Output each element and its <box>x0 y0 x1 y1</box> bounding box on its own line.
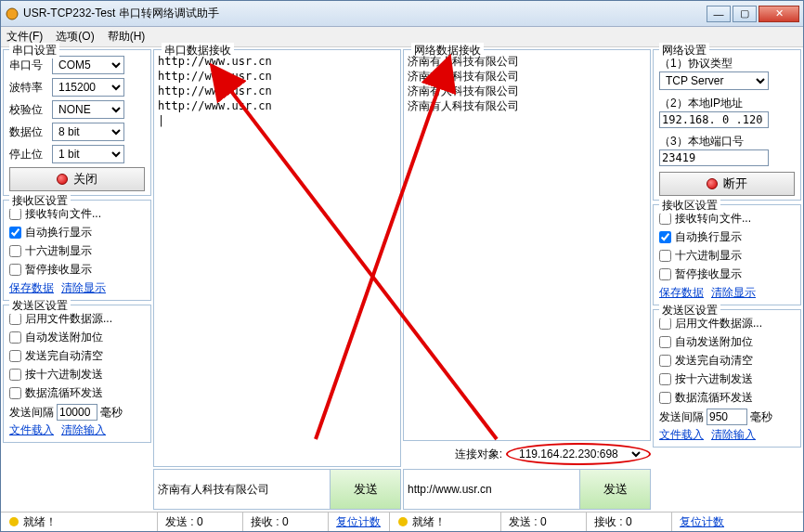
rx-hex-check-r[interactable] <box>659 250 671 262</box>
tx-load-link[interactable]: 文件载入 <box>9 422 54 438</box>
serial-rx-box: 串口数据接收 http://www.usr.cn http://www.usr.… <box>153 49 401 467</box>
group-title: 接收区设置 <box>9 193 71 209</box>
rx-hex-check[interactable] <box>9 245 21 257</box>
interval-label: 发送间隔 <box>9 405 54 421</box>
rx-pause-check-r[interactable] <box>659 268 671 280</box>
rx-wrap-check[interactable] <box>9 227 21 239</box>
tx-loop-check[interactable] <box>9 387 21 399</box>
app-icon <box>5 6 19 21</box>
group-title: 发送区设置 <box>9 298 71 314</box>
minimize-button[interactable]: — <box>707 6 731 22</box>
net-settings-group: 网络设置 （1）协议类型 TCP Server （2）本地IP地址 （3）本地端… <box>653 49 801 201</box>
group-title: 接收区设置 <box>659 198 720 214</box>
rx-tofile-check[interactable] <box>9 208 21 220</box>
close-button[interactable]: ✕ <box>759 6 799 22</box>
titlebar: USR-TCP232-Test 串口转网络调试助手 — ▢ ✕ <box>1 1 803 27</box>
parity-select[interactable]: NONE <box>52 100 124 119</box>
tx-hex-check-r[interactable] <box>659 373 671 385</box>
tx-load-link-r[interactable]: 文件载入 <box>659 427 704 443</box>
maximize-button[interactable]: ▢ <box>733 6 757 22</box>
netport-input[interactable] <box>659 149 769 166</box>
window-title: USR-TCP232-Test 串口转网络调试助手 <box>23 6 707 21</box>
port-select[interactable]: COM5 <box>52 56 124 74</box>
tx-file-check-r[interactable] <box>659 318 671 330</box>
reset-count-r[interactable]: 复位计数 <box>680 514 724 530</box>
net-send-button[interactable]: 发送 <box>579 470 650 509</box>
net-rx-content[interactable]: 济南有人科技有限公司 济南有人科技有限公司 济南有人科技有限公司 济南有人科技有… <box>408 54 646 436</box>
rx-clear-link-r[interactable]: 清除显示 <box>711 285 756 301</box>
conn-select[interactable]: 119.164.22.230:698 <box>513 445 643 463</box>
stop-select[interactable]: 1 bit <box>52 145 124 163</box>
conn-highlight: 119.164.22.230:698 <box>506 443 651 465</box>
net-rx-box: 网络数据接收 济南有人科技有限公司 济南有人科技有限公司 济南有人科技有限公司 … <box>403 49 651 441</box>
baud-label: 波特率 <box>9 80 48 96</box>
stop-label: 停止位 <box>9 147 48 162</box>
tx-clearin-link-r[interactable]: 清除输入 <box>711 427 756 443</box>
group-title: 网络设置 <box>659 43 709 58</box>
tx-loop-check-r[interactable] <box>659 392 671 404</box>
tx-clear-check-r[interactable] <box>659 355 671 367</box>
netport-label: （3）本地端口号 <box>659 134 795 149</box>
tx-clearin-link[interactable]: 清除输入 <box>61 422 106 438</box>
record-icon <box>707 178 718 189</box>
recv-count-l: 0 <box>282 515 289 528</box>
data-label: 数据位 <box>9 124 48 140</box>
parity-label: 校验位 <box>9 102 48 118</box>
sent-count-r: 0 <box>540 515 547 528</box>
tx-clear-check[interactable] <box>9 350 21 362</box>
conn-label: 连接对象: <box>455 447 502 462</box>
rx-save-link[interactable]: 保存数据 <box>9 280 54 296</box>
rx-clear-link[interactable]: 清除显示 <box>61 280 106 296</box>
baud-select[interactable]: 115200 <box>52 78 124 97</box>
group-title: 发送区设置 <box>659 303 720 318</box>
port-label: 串口号 <box>9 58 48 73</box>
serial-rx-content[interactable]: http://www.usr.cn http://www.usr.cn http… <box>158 54 396 462</box>
svg-point-0 <box>6 8 18 19</box>
interval-input-right[interactable] <box>707 409 747 425</box>
rx-tofile-check-r[interactable] <box>659 213 671 225</box>
rx-options-group-right: 接收区设置 接收转向文件... 自动换行显示 十六进制显示 暂停接收显示 保存数… <box>653 204 801 305</box>
serial-close-button[interactable]: 关闭 <box>9 167 145 191</box>
serial-settings-group: 串口设置 串口号COM5 波特率115200 校验位NONE 数据位8 bit … <box>3 49 151 196</box>
tx-hex-check[interactable] <box>9 369 21 381</box>
disconnect-button[interactable]: 断开 <box>659 172 795 196</box>
proto-select[interactable]: TCP Server <box>659 71 769 90</box>
data-select[interactable]: 8 bit <box>52 123 124 141</box>
serial-send-button[interactable]: 发送 <box>330 470 400 509</box>
tx-extra-check[interactable] <box>9 331 21 344</box>
sent-count-l: 0 <box>197 515 203 528</box>
recv-count-r: 0 <box>626 515 632 528</box>
tx-options-group-left: 发送区设置 启用文件数据源... 自动发送附加位 发送完自动清空 按十六进制发送… <box>3 305 151 443</box>
ready-icon <box>397 516 408 527</box>
net-tx-input[interactable] <box>404 470 579 509</box>
svg-point-4 <box>398 517 408 526</box>
record-icon <box>57 174 68 185</box>
ip-label: （2）本地IP地址 <box>659 96 795 111</box>
reset-count-l[interactable]: 复位计数 <box>336 514 381 530</box>
statusbar: 就绪！ 发送 : 0 接收 : 0 复位计数 就绪！ 发送 : 0 接收 : 0… <box>1 512 803 531</box>
svg-point-3 <box>9 517 19 526</box>
interval-input-left[interactable] <box>57 404 97 421</box>
ready-icon <box>8 516 19 527</box>
rx-wrap-check-r[interactable] <box>659 231 671 243</box>
tx-file-check[interactable] <box>9 313 21 325</box>
tx-options-group-right: 发送区设置 启用文件数据源... 自动发送附加位 发送完自动清空 按十六进制发送… <box>653 309 801 448</box>
ip-input[interactable] <box>659 111 769 128</box>
menu-help[interactable]: 帮助(H) <box>108 29 146 45</box>
rx-pause-check[interactable] <box>9 264 21 276</box>
rx-save-link-r[interactable]: 保存数据 <box>659 285 704 301</box>
group-title: 串口设置 <box>9 43 59 58</box>
ready-label: 就绪！ <box>23 514 57 530</box>
serial-tx-input[interactable] <box>154 470 330 509</box>
tx-extra-check-r[interactable] <box>659 336 671 348</box>
menu-options[interactable]: 选项(O) <box>56 29 94 45</box>
rx-options-group-left: 接收区设置 接收转向文件... 自动换行显示 十六进制显示 暂停接收显示 保存数… <box>3 200 151 301</box>
